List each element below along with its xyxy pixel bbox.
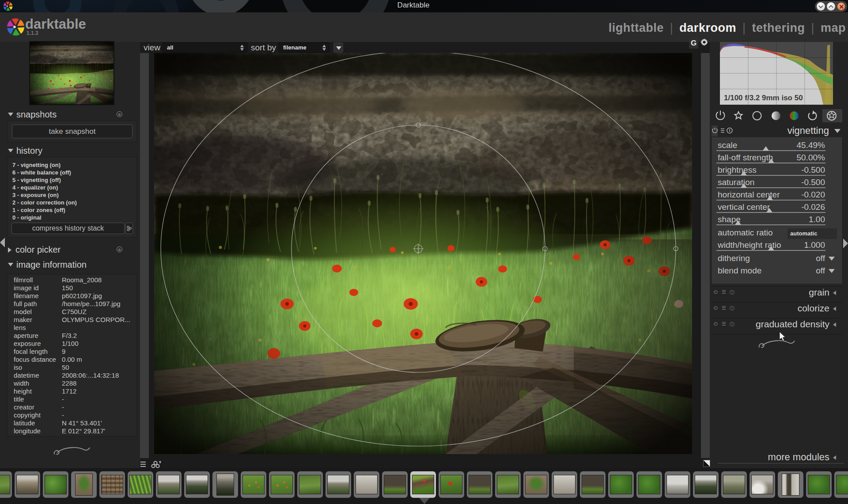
svg-text:1/100 f/3.2 9mm iso 50: 1/100 f/3.2 9mm iso 50 (724, 94, 803, 102)
